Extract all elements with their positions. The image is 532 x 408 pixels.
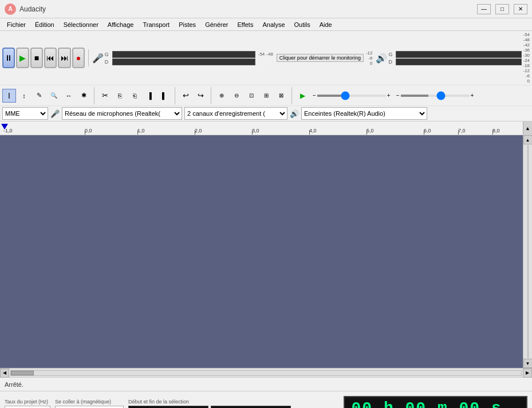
ruler-tick-0 xyxy=(85,130,85,135)
monitor-area: Cliquer pour démarrer le monitoring -12 … xyxy=(277,50,373,66)
selection-end-input[interactable] xyxy=(211,406,291,409)
track-canvas[interactable] xyxy=(0,135,523,368)
status-text: Arrêté. xyxy=(5,381,23,388)
api-select[interactable]: MME xyxy=(2,107,48,120)
ruler-tick-1 xyxy=(137,130,138,135)
menu-generer[interactable]: Générer xyxy=(200,20,232,29)
separator3 xyxy=(175,87,175,104)
separator xyxy=(88,49,89,66)
scale-0: 0 xyxy=(370,61,372,66)
output-meter-g: G xyxy=(388,51,522,58)
close-button[interactable]: ✕ xyxy=(514,4,527,14)
mic-device-select[interactable]: Réseau de microphones (Realtek( xyxy=(62,107,182,120)
tool-envelope[interactable]: ↕ xyxy=(17,89,31,103)
selection-start-input[interactable] xyxy=(128,406,208,409)
tool-zoom[interactable]: 🔍 xyxy=(47,89,61,103)
ruler-tick-7 xyxy=(458,130,459,135)
ruler-tick-3 xyxy=(252,130,253,135)
scroll-right-button[interactable]: ▶ xyxy=(523,368,532,378)
horizontal-scrollbar: ◀ ▶ xyxy=(0,368,532,377)
stop-button[interactable]: ■ xyxy=(30,48,43,68)
redo-button[interactable]: ↪ xyxy=(194,89,207,103)
input-g-bar xyxy=(112,51,255,58)
output-meter-d: D xyxy=(388,58,522,65)
menu-edition[interactable]: Édition xyxy=(30,20,59,29)
selection-group: Début et fin de la sélection ▼ ▼ xyxy=(128,399,291,409)
input-meter-d: D xyxy=(105,58,273,65)
transport-row: ⏸ ▶ ■ ⏮ ⏭ ● 🎤 G -54 -48 xyxy=(0,31,532,85)
silence-button[interactable]: ▌ xyxy=(157,89,171,103)
channels-select[interactable]: 2 canaux d'enregistrement ( xyxy=(184,107,287,120)
tool-timeshift[interactable]: ↔ xyxy=(62,89,76,103)
ruler-label-8: 8,0 xyxy=(492,128,500,134)
out-scale-30: -30 xyxy=(523,53,530,58)
scroll-up-button[interactable]: ▲ xyxy=(523,135,533,144)
menu-outils[interactable]: Outils xyxy=(290,20,315,29)
out-scale-36: -36 xyxy=(523,48,530,53)
main-area: -1,0 0,0 1,0 2,0 3,0 4,0 5,0 6,0 7,0 8,0… xyxy=(0,121,532,377)
app-title: Audacity xyxy=(19,5,46,13)
scroll-left-button[interactable]: ◀ xyxy=(0,368,9,378)
speaker-icon: 🔊 xyxy=(376,53,387,64)
mic-volume-slider[interactable] xyxy=(317,95,386,97)
mic-device-icon: 🎤 xyxy=(50,109,60,118)
selection-label: Début et fin de la sélection xyxy=(128,399,291,405)
menu-effets[interactable]: Effets xyxy=(232,20,258,29)
play-button[interactable]: ▶ xyxy=(16,48,29,68)
menu-transport[interactable]: Transport xyxy=(138,20,174,29)
timeline-ruler: -1,0 0,0 1,0 2,0 3,0 4,0 5,0 6,0 7,0 8,0… xyxy=(0,121,532,135)
paste-button[interactable]: ⎗ xyxy=(128,89,141,103)
skip-forward-button[interactable]: ⏭ xyxy=(58,48,70,68)
zoom-in-button[interactable]: ⊕ xyxy=(215,89,228,103)
zoom-out-button[interactable]: ⊖ xyxy=(230,89,243,103)
out-scale-0: 0 xyxy=(527,79,530,84)
speaker-vol-max: + xyxy=(471,92,474,99)
speaker-device-select[interactable]: Enceintes (Realtek(R) Audio) xyxy=(301,107,427,120)
menu-aide[interactable]: Aide xyxy=(315,20,337,29)
tool-draw[interactable]: ✎ xyxy=(32,89,46,103)
snap-select[interactable]: Éteint xyxy=(55,406,124,409)
speaker-volume-slider[interactable] xyxy=(401,95,470,97)
out-scale-24: -24 xyxy=(523,58,530,63)
monitor-button[interactable]: Cliquer pour démarrer le monitoring xyxy=(277,54,364,62)
record-button[interactable]: ● xyxy=(72,48,85,68)
ruler-label-0: 0,0 xyxy=(85,128,92,134)
menu-fichier[interactable]: Fichier xyxy=(2,20,30,29)
mic-vol-label: − xyxy=(313,92,316,99)
trim-button[interactable]: ▐ xyxy=(143,89,156,103)
project-rate-select[interactable]: 44100 xyxy=(5,406,50,409)
output-meters: G D xyxy=(388,51,522,65)
window-controls: — □ ✕ xyxy=(477,4,527,14)
pause-button[interactable]: ⏸ xyxy=(2,48,15,68)
cut-button[interactable]: ✂ xyxy=(98,89,112,103)
out-scale-48: -48 xyxy=(523,37,530,42)
zoom-reset-button[interactable]: ⊠ xyxy=(274,89,288,103)
maximize-button[interactable]: □ xyxy=(495,4,509,14)
ruler-tick-2 xyxy=(195,130,195,135)
minimize-button[interactable]: — xyxy=(477,4,491,14)
ruler-scroll-up[interactable]: ▲ xyxy=(523,121,532,135)
menu-selectionner[interactable]: Sélectionner xyxy=(59,20,103,29)
zoom-sel-button[interactable]: ⊡ xyxy=(245,89,258,103)
menu-affichage[interactable]: Affichage xyxy=(103,20,139,29)
scale-neg6: -6 xyxy=(368,56,372,61)
playback-play[interactable]: ▶ xyxy=(295,89,309,103)
zoom-fit-button[interactable]: ⊞ xyxy=(259,89,273,103)
scroll-down-button[interactable]: ▼ xyxy=(523,359,533,368)
skip-back-button[interactable]: ⏮ xyxy=(44,48,57,68)
tool-multi[interactable]: ✱ xyxy=(77,89,90,103)
timer-display: 00 h 00 m 00 s xyxy=(352,399,502,408)
copy-button[interactable]: ⎘ xyxy=(113,89,127,103)
scroll-thumb[interactable] xyxy=(11,371,34,375)
output-d-label: D xyxy=(388,59,394,65)
undo-button[interactable]: ↩ xyxy=(179,89,192,103)
project-rate-group: Taux du projet (Hz) 44100 xyxy=(5,399,50,409)
out-scale-42: -42 xyxy=(523,42,530,48)
ruler-tick-6 xyxy=(424,130,424,135)
menu-pistes[interactable]: Pistes xyxy=(174,20,200,29)
snap-group: Se coller à (magnétique) Éteint xyxy=(55,399,124,409)
menu-analyse[interactable]: Analyse xyxy=(258,20,289,29)
project-rate-label: Taux du projet (Hz) xyxy=(5,399,50,405)
tool-select[interactable]: I xyxy=(2,89,16,103)
mic-icon: 🎤 xyxy=(92,53,104,64)
